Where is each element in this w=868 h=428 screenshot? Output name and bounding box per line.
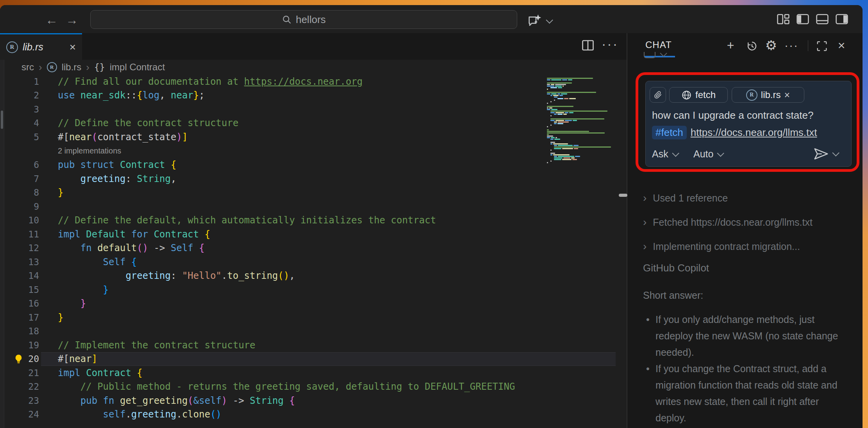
paperclip-icon [654, 90, 662, 100]
line-number: 10 [0, 215, 39, 225]
code-line[interactable]: 16 } [0, 297, 616, 311]
code-line[interactable]: 12 fn default() -> Self { [0, 241, 616, 255]
minimap[interactable] [547, 78, 616, 171]
chat-settings-gear-icon[interactable]: ⚙ [764, 38, 778, 53]
codelens[interactable]: 2 implementations [0, 144, 616, 158]
code-line[interactable]: 10// Define the default, which automatic… [0, 214, 616, 228]
response-intro: Short answer: [643, 290, 703, 301]
attach-context-button[interactable] [650, 87, 666, 103]
sash-drag-handle[interactable] [619, 194, 627, 197]
toggle-primary-sidebar-icon[interactable] [796, 13, 810, 25]
step-label: Implementing contract migration... [653, 241, 800, 252]
line-number: 14 [0, 271, 39, 281]
back-button[interactable]: ← [43, 11, 60, 29]
chat-input-text-line2[interactable]: #fetch https://docs.near.org/llms.txt [652, 126, 817, 139]
code-line[interactable]: 21impl Contract { [0, 366, 616, 380]
code-line[interactable]: 20#[near] [0, 352, 616, 366]
tab-label: lib.rs [23, 41, 65, 53]
code-line[interactable]: 3 [0, 102, 616, 116]
toolbar-divider [808, 40, 808, 51]
line-number: 2 [0, 90, 39, 100]
line-number: 4 [0, 118, 39, 128]
chat-history-icon[interactable] [745, 40, 759, 55]
fetch-context-chip[interactable]: fetch [669, 87, 728, 103]
code-line[interactable]: 8} [0, 186, 616, 200]
code-line[interactable]: 6pub struct Contract { [0, 158, 616, 172]
toggle-secondary-sidebar-icon[interactable] [835, 13, 849, 25]
breadcrumb-folder[interactable]: src [21, 62, 34, 73]
rust-file-icon: R [47, 62, 57, 72]
customize-layout-icon[interactable] [777, 13, 791, 25]
tab-close-icon[interactable]: × [70, 42, 76, 53]
code-editor[interactable]: 1// Find all our documentation at https:… [0, 75, 616, 428]
line-number: 9 [0, 202, 39, 212]
chat-more-actions-icon[interactable]: ··· [784, 38, 798, 53]
mode-label: Ask [652, 148, 668, 160]
send-options-chevron-icon[interactable] [832, 151, 838, 158]
step-label: Fetched https://docs.near.org/llms.txt [653, 217, 813, 228]
split-editor-icon[interactable] [581, 38, 595, 52]
mode-picker[interactable]: Ask [652, 148, 677, 160]
line-number: 5 [0, 132, 39, 142]
rust-file-icon: R [6, 41, 18, 53]
code-line[interactable]: 14 greeting: "Hello".to_string(), [0, 269, 616, 283]
line-number: 6 [0, 160, 39, 170]
copilot-chat-panel: CHAT + ⚙ ··· × [627, 33, 863, 428]
file-context-chip[interactable]: R lib.rs × [732, 87, 804, 103]
chevron-right-icon: › [643, 240, 647, 253]
code-line[interactable]: 2use near_sdk::{log, near}; [0, 89, 616, 103]
chat-step-collapsed[interactable]: ›Implementing contract migration... [643, 240, 800, 253]
code-line[interactable]: 5#[near(contract_state)] [0, 130, 616, 144]
chat-step-collapsed[interactable]: ›Used 1 reference [643, 192, 728, 204]
close-panel-icon[interactable]: × [834, 38, 848, 53]
fetch-url-link[interactable]: https://docs.near.org/llms.txt [691, 127, 817, 139]
code-line[interactable]: 15 } [0, 283, 616, 297]
code-line[interactable]: 17} [0, 310, 616, 325]
search-query-text: hellors [296, 14, 326, 26]
code-line[interactable]: 13 Self { [0, 255, 616, 269]
search-icon [282, 14, 292, 25]
line-number: 24 [0, 409, 39, 419]
desktop-wallpaper-strip [862, 0, 868, 428]
tab-chat[interactable]: CHAT [645, 39, 672, 50]
copilot-menu-button[interactable] [527, 13, 552, 29]
chat-step-collapsed[interactable]: ›Fetched https://docs.near.org/llms.txt [643, 216, 813, 228]
maximize-panel-icon[interactable] [816, 40, 830, 55]
line-number: 3 [0, 104, 39, 114]
command-center-search[interactable]: hellors [90, 10, 517, 29]
chat-input-box[interactable]: fetch R lib.rs × how can I upgrade a con… [645, 81, 852, 167]
editor-more-actions-icon[interactable]: ··· [602, 36, 618, 52]
line-number: 21 [0, 368, 39, 378]
code-line[interactable]: 11impl Default for Contract { [0, 227, 616, 241]
code-line[interactable]: 7 greeting: String, [0, 172, 616, 186]
code-line[interactable]: 18 [0, 325, 616, 339]
new-chat-icon[interactable]: + [723, 38, 738, 53]
breadcrumb-symbol[interactable]: impl Contract [110, 62, 165, 73]
code-line[interactable]: 9 [0, 200, 616, 214]
chat-input-text[interactable]: how can I upgrade a contract state? [652, 109, 813, 121]
tab-librs[interactable]: R lib.rs × [0, 33, 82, 60]
toggle-panel-icon[interactable] [816, 13, 830, 25]
vscode-window: ← → hellors [0, 5, 863, 428]
forward-button[interactable]: → [63, 11, 80, 29]
model-picker[interactable]: Auto [693, 148, 722, 160]
code-line[interactable]: 1// Find all our documentation at https:… [0, 75, 616, 89]
minimap-line [547, 162, 616, 164]
step-label: Used 1 reference [653, 193, 728, 204]
line-number: 7 [0, 174, 39, 184]
send-button[interactable] [813, 147, 829, 161]
code-line[interactable]: 19// Implement the contract structure [0, 338, 616, 352]
model-label: Auto [693, 148, 713, 160]
code-line[interactable]: 23 pub fn get_greeting(&self) -> String … [0, 394, 616, 408]
line-number: 22 [0, 382, 39, 392]
line-number: 19 [0, 340, 39, 350]
breadcrumb-separator: › [86, 61, 89, 73]
code-line[interactable]: 22 // Public method - returns the greeti… [0, 380, 616, 394]
screen: ← → hellors [0, 0, 868, 428]
title-bar: ← → hellors [0, 5, 863, 33]
lightbulb-icon[interactable] [13, 354, 24, 364]
code-line[interactable]: 4// Define the contract structure [0, 116, 616, 130]
breadcrumb-file[interactable]: lib.rs [62, 62, 82, 73]
code-line[interactable]: 24 self.greeting.clone() [0, 408, 616, 422]
chip-close-icon[interactable]: × [784, 89, 790, 100]
